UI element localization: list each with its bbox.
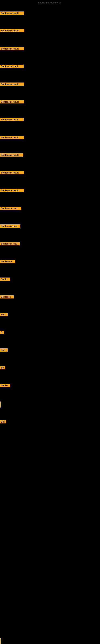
bottleneck-badge: B [0,331,4,334]
bottleneck-badge: Bottler [0,384,10,387]
bottleneck-badge: Bott [0,348,8,352]
bottleneck-badge: Bottlenec [0,295,14,298]
vertical-line [0,402,1,408]
bottleneck-badge: Bottleneck result [0,136,24,139]
bottleneck-badge: Bottleneck result [0,189,24,192]
bottleneck-badge: Bottleneck result [0,29,24,32]
bottleneck-badge: Bottleneck result [0,153,23,156]
bottleneck-badge: Bot [0,420,6,424]
bottleneck-badge: Bottleneck result [0,47,24,50]
bottleneck-badge: Bottleneck result [0,118,24,121]
bottleneck-badge: Bott [0,313,8,316]
bottleneck-badge: Bottleneck resu [0,242,20,245]
bottleneck-badge: Bottleneck result [0,64,24,68]
bottleneck-badge: Bottleneck result [0,82,24,86]
bottleneck-badge: Bottleneck [0,260,15,263]
bottleneck-badge: Bo [0,366,5,369]
bottleneck-badge: Bottleneck resu [0,207,21,210]
bottleneck-badge: Bottleneck result [0,12,24,15]
bottleneck-badge: Bottleneck result [0,100,24,104]
site-title: TheBottlenecker.com [0,1,100,4]
bottleneck-badge: Bottleneck resu [0,224,20,228]
bottleneck-badge: Bottle [0,278,10,281]
vertical-line [0,638,1,644]
bottleneck-badge: Bottleneck result [0,171,24,174]
